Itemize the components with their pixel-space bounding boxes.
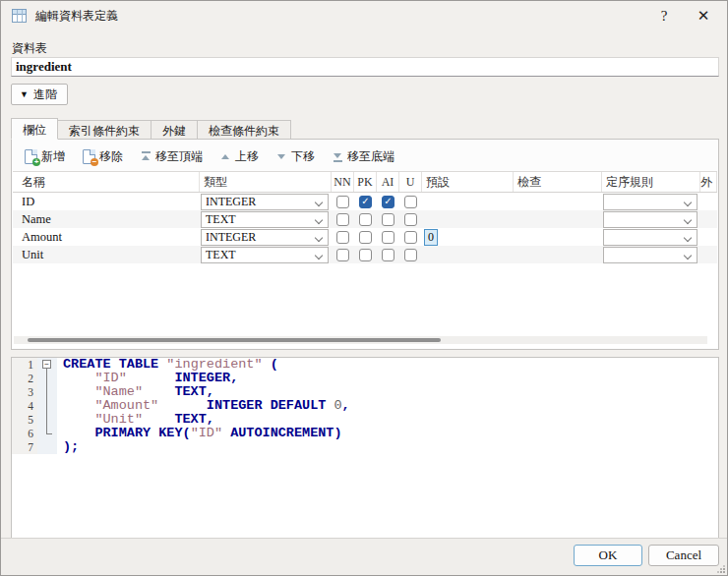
- field-name-cell[interactable]: Name: [13, 210, 200, 228]
- default-cell[interactable]: [422, 246, 514, 263]
- check-cell[interactable]: [514, 246, 602, 263]
- plus-icon: +: [32, 158, 40, 166]
- sql-code: CREATE TABLE "ingredient" (: [57, 358, 278, 372]
- type-select[interactable]: INTEGER: [201, 194, 329, 210]
- type-select[interactable]: TEXT: [201, 247, 329, 263]
- field-row: AmountINTEGER0: [13, 228, 717, 246]
- line-number: 5: [12, 413, 37, 427]
- toolbar-button-0[interactable]: +新增: [18, 146, 72, 167]
- line-number: 1: [12, 358, 37, 372]
- sql-line: 3 "Name" TEXT,: [12, 385, 718, 399]
- toolbar-button-4[interactable]: 下移: [270, 146, 322, 167]
- resize-grip-icon[interactable]: [717, 565, 725, 573]
- ai-checkbox[interactable]: [382, 231, 394, 244]
- line-number: 7: [12, 440, 37, 454]
- fold-margin: [37, 413, 57, 427]
- collation-select[interactable]: [603, 229, 698, 246]
- toolbar-button-3[interactable]: 上移: [213, 146, 266, 167]
- sql-line: 4 "Amount" INTEGER DEFAULT 0,: [12, 399, 718, 413]
- fk-cell: [700, 246, 717, 263]
- field-row: IDINTEGER✓✓: [13, 193, 717, 210]
- default-cell[interactable]: [422, 210, 514, 228]
- column-header-9: 外: [700, 172, 717, 192]
- ai-cell: [377, 228, 399, 246]
- sql-code: "Unit" TEXT,: [57, 413, 214, 427]
- chevron-down-icon: [315, 233, 323, 241]
- sql-line: 7);: [12, 440, 718, 454]
- toolbar-button-label: 下移: [291, 148, 315, 165]
- fold-margin: [37, 372, 57, 385]
- horizontal-scrollbar[interactable]: [14, 336, 707, 344]
- nn-checkbox[interactable]: [336, 231, 349, 244]
- fk-cell: [700, 228, 717, 246]
- toolbar-button-1[interactable]: −移除: [76, 146, 130, 167]
- nn-checkbox[interactable]: [336, 249, 349, 261]
- fold-margin: [37, 399, 57, 413]
- collation-select[interactable]: [603, 211, 698, 228]
- ai-checkbox[interactable]: [382, 249, 394, 261]
- u-checkbox[interactable]: [404, 231, 417, 244]
- edit-table-definition-dialog: 編輯資料表定義 ? ✕ 資料表 ▼ 進階 欄位索引條件約束外鍵檢查條件約束 +新…: [0, 0, 728, 576]
- cancel-button[interactable]: Cancel: [648, 545, 719, 566]
- pk-checkbox[interactable]: [359, 249, 372, 261]
- collation-cell: [602, 228, 700, 246]
- toolbar-button-2[interactable]: 移至頂端: [134, 146, 210, 167]
- pk-checkbox[interactable]: ✓: [359, 196, 372, 208]
- check-cell[interactable]: [514, 210, 602, 228]
- tab-3[interactable]: 檢查條件約束: [198, 120, 291, 140]
- column-header-8: 定序規則: [602, 172, 700, 192]
- default-value-selected[interactable]: 0: [424, 229, 438, 246]
- type-select[interactable]: INTEGER: [201, 229, 329, 246]
- default-cell[interactable]: 0: [422, 228, 514, 246]
- nn-checkbox[interactable]: [336, 213, 349, 226]
- close-button[interactable]: ✕: [684, 1, 723, 30]
- line-number: 2: [12, 372, 37, 385]
- ai-checkbox[interactable]: [382, 213, 394, 226]
- dialog-title: 編輯資料表定義: [35, 8, 118, 25]
- toolbar-button-label: 移至底端: [347, 148, 394, 165]
- field-name-cell[interactable]: ID: [13, 193, 200, 210]
- field-name-cell[interactable]: Amount: [13, 228, 200, 246]
- tab-0[interactable]: 欄位: [11, 118, 58, 140]
- collation-select[interactable]: [603, 247, 698, 263]
- field-name-cell[interactable]: Unit: [13, 246, 200, 263]
- tab-1[interactable]: 索引條件約束: [58, 120, 152, 140]
- pk-cell: [354, 246, 377, 263]
- collation-select[interactable]: [603, 194, 698, 210]
- type-select[interactable]: TEXT: [201, 211, 329, 228]
- toolbar-button-label: 移至頂端: [155, 148, 203, 165]
- ai-checkbox[interactable]: ✓: [382, 196, 394, 208]
- chevron-down-icon: [684, 251, 692, 259]
- pk-checkbox[interactable]: [359, 231, 372, 244]
- u-checkbox[interactable]: [404, 249, 417, 261]
- h-scroll-thumb[interactable]: [28, 338, 441, 342]
- u-checkbox[interactable]: [404, 196, 417, 208]
- toolbar-button-label: 新增: [41, 148, 65, 165]
- check-cell[interactable]: [514, 193, 602, 210]
- sql-code: "Amount" INTEGER DEFAULT 0,: [57, 399, 350, 413]
- u-checkbox[interactable]: [404, 213, 417, 226]
- check-cell[interactable]: [514, 228, 602, 246]
- type-select-value: TEXT: [202, 212, 236, 227]
- advanced-button[interactable]: ▼ 進階: [11, 84, 68, 105]
- help-button[interactable]: ?: [644, 1, 684, 30]
- pk-checkbox[interactable]: [359, 213, 372, 226]
- type-select-value: INTEGER: [202, 195, 256, 209]
- table-name-input[interactable]: [11, 57, 719, 77]
- sql-code: );: [57, 440, 79, 454]
- nn-checkbox[interactable]: [336, 196, 349, 208]
- column-header-6: 預設: [422, 172, 514, 192]
- line-number: 6: [12, 427, 37, 440]
- chevron-down-icon: ▼: [20, 89, 29, 99]
- chevron-down-icon: [315, 215, 323, 223]
- ai-cell: [377, 210, 399, 228]
- fold-collapse-icon[interactable]: −: [42, 360, 51, 369]
- table-section-label: 資料表: [12, 40, 47, 57]
- advanced-button-label: 進階: [33, 86, 57, 103]
- column-header-3: PK: [354, 172, 377, 192]
- tab-2[interactable]: 外鍵: [152, 120, 198, 140]
- default-cell[interactable]: [422, 193, 514, 210]
- ok-button[interactable]: OK: [574, 545, 642, 566]
- ai-cell: ✓: [377, 193, 399, 210]
- toolbar-button-5[interactable]: 移至底端: [326, 146, 401, 167]
